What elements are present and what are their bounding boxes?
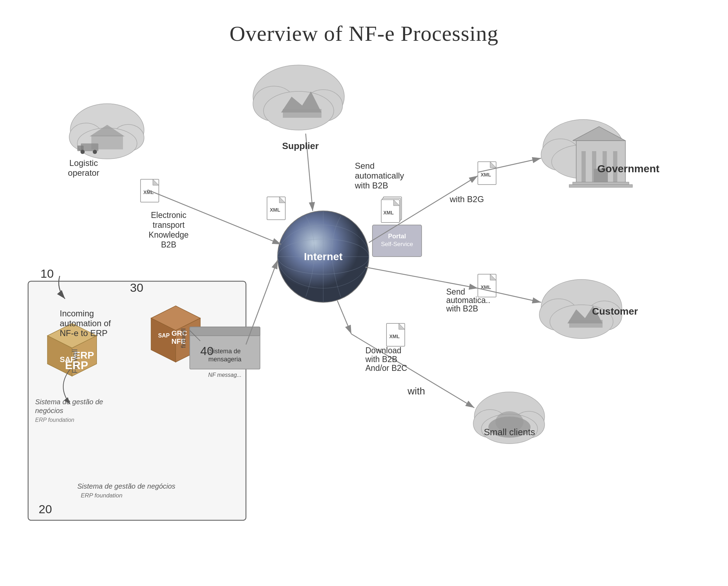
svg-text:automation of: automation of <box>60 318 111 328</box>
svg-text:SAP: SAP <box>158 333 170 339</box>
svg-text:Incoming: Incoming <box>60 309 94 318</box>
svg-marker-39 <box>573 127 625 141</box>
svg-point-19 <box>513 411 545 438</box>
svg-rect-68 <box>141 179 159 202</box>
svg-rect-74 <box>383 197 402 220</box>
svg-text:NF-e to ERP: NF-e to ERP <box>60 328 108 338</box>
svg-rect-43 <box>613 151 617 183</box>
svg-rect-88 <box>372 225 422 257</box>
page-title: Overview of NF-e Processing <box>0 0 728 46</box>
svg-line-99 <box>337 301 351 334</box>
svg-rect-40 <box>581 151 586 183</box>
svg-rect-30 <box>77 146 84 151</box>
svg-line-95 <box>369 176 478 243</box>
svg-point-33 <box>278 211 369 302</box>
svg-point-24 <box>69 123 103 151</box>
svg-text:40: 40 <box>200 344 214 358</box>
svg-text:Sistema de gestão de negócios: Sistema de gestão de negócios <box>77 482 175 490</box>
svg-text:Knowledge: Knowledge <box>149 230 189 239</box>
svg-rect-63 <box>190 327 260 336</box>
svg-text:automatica..: automatica.. <box>446 296 490 305</box>
svg-rect-29 <box>81 143 98 151</box>
svg-text:GRC: GRC <box>171 329 187 337</box>
svg-text:ERP foundation: ERP foundation <box>81 492 122 499</box>
svg-rect-75 <box>382 198 401 221</box>
svg-rect-62 <box>190 327 260 369</box>
svg-rect-16 <box>569 320 603 328</box>
svg-point-23 <box>70 104 144 156</box>
svg-point-7 <box>543 120 624 176</box>
svg-marker-69 <box>153 179 159 185</box>
svg-line-98 <box>478 288 541 302</box>
svg-marker-83 <box>490 274 496 280</box>
svg-marker-86 <box>399 323 405 329</box>
svg-line-100 <box>351 334 474 408</box>
svg-marker-5 <box>281 91 321 112</box>
svg-text:Portal: Portal <box>388 233 406 240</box>
svg-marker-49 <box>72 336 97 376</box>
svg-point-13 <box>587 301 622 330</box>
svg-marker-56 <box>151 306 200 330</box>
svg-text:Electronic: Electronic <box>151 211 187 220</box>
svg-rect-6 <box>283 109 321 118</box>
svg-point-34 <box>278 239 369 274</box>
svg-rect-85 <box>386 323 405 346</box>
svg-text:SAP: SAP <box>60 355 76 364</box>
svg-text:with B2B: with B2B <box>446 304 478 313</box>
svg-text:Supplier: Supplier <box>282 141 319 151</box>
svg-text:Sistema de: Sistema de <box>209 348 241 355</box>
svg-text:30: 30 <box>130 281 143 294</box>
svg-rect-76 <box>381 200 399 223</box>
svg-text:Government: Government <box>597 163 659 174</box>
svg-point-1 <box>253 65 344 128</box>
svg-line-101 <box>246 260 278 344</box>
svg-rect-79 <box>478 162 496 185</box>
svg-point-3 <box>304 90 343 121</box>
svg-text:Firewall: Firewall <box>71 349 79 373</box>
svg-point-11 <box>541 279 622 336</box>
svg-rect-82 <box>478 274 496 297</box>
svg-text:ERP: ERP <box>65 359 88 372</box>
svg-text:firewall: firewall <box>180 328 187 348</box>
svg-rect-46 <box>569 185 632 187</box>
svg-point-35 <box>278 225 369 288</box>
svg-line-94 <box>306 134 313 211</box>
svg-rect-27 <box>91 135 123 149</box>
svg-text:Self-Service: Self-Service <box>381 241 413 247</box>
svg-point-14 <box>550 305 613 339</box>
svg-point-22 <box>495 411 524 432</box>
svg-line-102 <box>190 330 200 341</box>
svg-rect-42 <box>603 151 607 183</box>
svg-text:Sistema de gestão de: Sistema de gestão de <box>35 398 103 406</box>
svg-text:XML: XML <box>389 334 400 339</box>
svg-rect-44 <box>594 169 608 183</box>
svg-point-17 <box>474 392 545 441</box>
svg-rect-45 <box>573 182 629 185</box>
svg-marker-47 <box>47 323 97 348</box>
svg-text:with B2G: with B2G <box>449 194 484 204</box>
svg-point-12 <box>539 299 578 330</box>
svg-text:negócios: negócios <box>35 407 63 414</box>
svg-rect-41 <box>592 151 596 183</box>
svg-text:NF messag...: NF messag... <box>208 372 242 378</box>
svg-rect-71 <box>267 197 285 220</box>
svg-text:And/or B2C: And/or B2C <box>365 363 407 373</box>
svg-marker-58 <box>176 318 200 362</box>
svg-text:Send: Send <box>446 287 465 296</box>
svg-text:ERP: ERP <box>74 350 94 361</box>
svg-point-2 <box>253 86 295 121</box>
svg-text:B2B: B2B <box>161 240 176 249</box>
svg-point-9 <box>589 142 624 170</box>
svg-marker-28 <box>90 125 125 136</box>
svg-marker-15 <box>567 306 603 323</box>
svg-text:XML: XML <box>481 284 491 290</box>
svg-text:XML: XML <box>270 207 280 213</box>
svg-point-26 <box>77 128 137 159</box>
svg-text:transport: transport <box>153 220 185 230</box>
svg-text:Download: Download <box>365 346 401 355</box>
svg-text:XML: XML <box>383 210 394 215</box>
svg-text:XML: XML <box>481 172 491 178</box>
svg-text:Send: Send <box>355 161 375 170</box>
svg-line-96 <box>478 158 541 172</box>
svg-text:Logistic: Logistic <box>69 158 98 168</box>
